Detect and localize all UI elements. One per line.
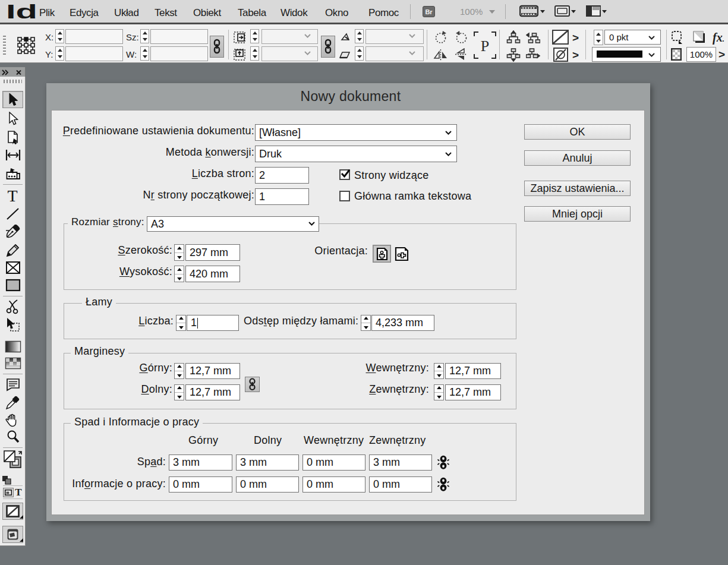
svg-text:Id: Id <box>8 0 36 23</box>
svg-text:P: P <box>481 37 489 55</box>
